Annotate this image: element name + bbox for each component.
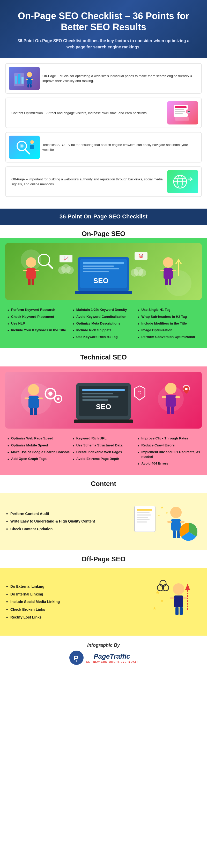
svg-rect-6	[26, 79, 28, 80]
footer-tagline: GET NEW CUSTOMERS EVERYDAY!	[86, 660, 138, 663]
onpage-card-text: On-Page – crucial for optimizing a web-s…	[40, 73, 198, 84]
offpage-wrapper: Off-Page SEO Do External Linking Do Inte…	[0, 550, 207, 636]
content-card-text: Content Optimization – Attract and engag…	[9, 111, 167, 116]
svg-rect-99	[137, 522, 147, 523]
svg-rect-115	[180, 607, 183, 615]
onpage-col2: Maintain 1-2% Keyword Density Avoid Keyw…	[72, 306, 136, 340]
svg-point-91	[185, 388, 187, 390]
svg-rect-102	[168, 521, 172, 523]
svg-point-84	[165, 383, 176, 394]
tech-item-10: Reduce Crawl Errors	[137, 442, 201, 449]
intro-card-offpage: Off-Page – Important for building a web-…	[5, 166, 202, 197]
offpage-card-text: Off-Page – Important for building a web-…	[9, 177, 167, 187]
onpage-section: SEO 📈 🎯	[0, 238, 207, 348]
svg-rect-66	[28, 396, 39, 408]
tech-item-9: Improve Click Through Rates	[137, 435, 201, 442]
offpage-item-5: Rectify Lost Links	[5, 614, 145, 621]
svg-rect-1	[15, 76, 17, 84]
onpage-checklist-grid: Perform Keyword Research Check Keyword P…	[5, 304, 202, 343]
svg-rect-15	[175, 117, 189, 121]
offpage-illustration-small	[167, 170, 198, 193]
tech-item-2: Optimize Mobile Speed	[6, 442, 70, 449]
svg-text:★: ★	[160, 598, 164, 603]
svg-rect-34	[35, 270, 39, 271]
technical-section: SEO 🛡	[0, 367, 207, 475]
svg-rect-86	[162, 396, 166, 398]
svg-rect-114	[175, 607, 179, 615]
svg-rect-5	[27, 78, 32, 84]
intro-card-onpage: On-Page – crucial for optimizing a web-s…	[5, 63, 202, 94]
svg-rect-12	[175, 109, 184, 110]
onpage-item-11: Wrap Sub-headers In H2 Tag	[137, 313, 201, 320]
onpage-item-2: Check Keyword Placement	[6, 313, 70, 320]
content-illustration: ★ ★ ✦	[129, 498, 202, 545]
footer-logo-name: PageTraffic	[86, 652, 138, 660]
svg-rect-88	[167, 407, 170, 414]
tech-item-1: Optimize Web Page Speed	[6, 435, 70, 442]
svg-point-22	[30, 140, 34, 144]
pagetraffic-logo-icon	[69, 651, 84, 665]
svg-text:SEO: SEO	[96, 403, 111, 411]
svg-rect-8	[27, 84, 29, 88]
svg-rect-36	[32, 279, 34, 285]
content-list: Perform Content Audit Write Easy to Unde…	[5, 510, 129, 533]
onpage-item-5: Maintain 1-2% Keyword Density	[72, 306, 136, 313]
offpage-item-3: Include Social Media Linking	[5, 598, 145, 606]
svg-rect-89	[171, 407, 174, 414]
svg-point-72	[49, 392, 53, 396]
offpage-list: Do External Linking Do Internal Linking …	[5, 583, 145, 621]
svg-text:🛡: 🛡	[138, 391, 142, 395]
svg-rect-98	[137, 519, 150, 520]
svg-rect-13	[175, 111, 185, 112]
footer-infographic-label: Infographic By	[6, 643, 201, 648]
svg-rect-85	[166, 395, 176, 407]
svg-rect-96	[137, 515, 151, 516]
svg-rect-45	[83, 271, 109, 272]
svg-rect-23	[30, 145, 34, 149]
svg-rect-11	[175, 106, 186, 108]
svg-rect-78	[82, 389, 125, 391]
onpage-item-12: Include Modifiers in the Title	[137, 320, 201, 327]
svg-rect-49	[160, 270, 164, 271]
onpage-illustration-small	[9, 67, 40, 90]
tech-item-12: Avoid 404 Errors	[137, 460, 201, 467]
tech-item-5: Keyword Rich URL	[72, 435, 136, 442]
svg-point-62	[139, 269, 146, 277]
svg-rect-7	[31, 79, 33, 80]
onpage-item-9: Use Keyword Rich H1 Tag	[72, 334, 136, 340]
content-section-title: Content	[0, 475, 207, 493]
svg-rect-51	[165, 279, 168, 285]
svg-rect-14	[175, 113, 183, 114]
svg-rect-97	[137, 517, 148, 518]
tech-item-6: Use Schema Structured Data	[72, 442, 136, 449]
tech-item-8: Avoid Extreme Page Depth	[72, 456, 136, 462]
svg-rect-52	[169, 279, 171, 285]
svg-text:📈: 📈	[63, 256, 68, 261]
svg-rect-111	[174, 595, 183, 607]
content-illustration-small: 💻	[167, 101, 198, 124]
content-section: Perform Content Audit Write Easy to Unde…	[0, 493, 207, 550]
svg-text:✦: ✦	[158, 514, 160, 517]
svg-rect-43	[83, 266, 114, 267]
svg-rect-94	[137, 509, 152, 510]
tech-item-11: Implement 302 and 301 Redirects, as need…	[137, 449, 201, 460]
svg-rect-69	[30, 408, 33, 415]
svg-point-59	[66, 266, 74, 274]
offpage-section-title: Off-Page SEO	[0, 550, 207, 568]
content-item-2: Write Easy to Understand & High Quality …	[5, 518, 129, 525]
svg-rect-70	[34, 408, 37, 415]
onpage-seo-wrapper: On-Page SEO	[0, 225, 207, 348]
svg-rect-41	[75, 291, 132, 294]
onpage-item-3: Use NLP	[6, 320, 70, 327]
svg-rect-48	[164, 268, 173, 279]
svg-rect-80	[82, 393, 113, 394]
footer-logo[interactable]: PageTraffic GET NEW CUSTOMERS EVERYDAY!	[6, 651, 201, 665]
svg-rect-87	[175, 396, 180, 398]
intro-card-technical: Technical SEO – Vital for ensuring that …	[5, 132, 202, 162]
technical-illustration-small	[9, 135, 40, 159]
svg-text:★: ★	[153, 606, 156, 611]
svg-point-110	[173, 583, 184, 595]
svg-point-100	[170, 507, 182, 518]
svg-text:💻: 💻	[187, 110, 190, 113]
section-banner: 36-Point On-Page SEO Checklist	[0, 209, 207, 225]
